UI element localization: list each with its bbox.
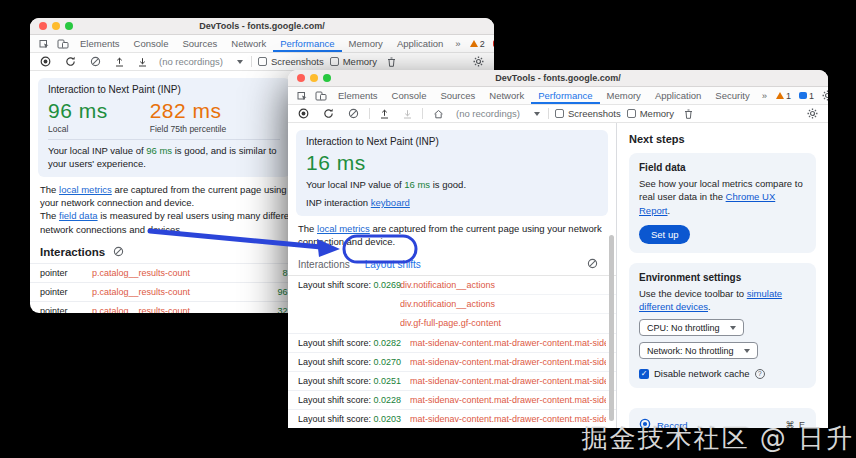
scrollbar-thumb[interactable] — [609, 235, 614, 421]
tab-application[interactable]: Application — [648, 87, 708, 104]
field-data-text: See how your local metrics compare to re… — [639, 177, 806, 217]
shift-target-link[interactable]: div.notification__actions — [400, 295, 616, 314]
reload-icon[interactable] — [319, 105, 338, 122]
tab-network[interactable]: Network — [224, 35, 273, 52]
layout-shift-group-row[interactable]: Layout shift score: 0.0269 div.notificat… — [288, 276, 616, 334]
zoom-button[interactable] — [323, 74, 331, 82]
live-metrics-pane: Interaction to Next Paint (INP) 16 ms Yo… — [288, 123, 616, 428]
field-data-link[interactable]: field data — [59, 210, 98, 221]
tab-security[interactable]: Security — [708, 87, 756, 104]
capture-settings-gear-icon[interactable] — [803, 105, 822, 122]
layout-shift-row[interactable]: Layout shift score: 0.0203 mat-sidenav-c… — [288, 410, 616, 428]
shift-target-link[interactable]: mat-sidenav-content.mat-drawer-content.m… — [410, 376, 606, 386]
warnings-badge[interactable]: 1 — [772, 91, 795, 101]
screenshots-checkbox[interactable]: Screenshots — [258, 56, 324, 67]
recordings-dropdown[interactable]: (no recordings) — [157, 56, 245, 67]
interaction-type: pointer — [40, 287, 92, 297]
layout-shift-row[interactable]: Layout shift score: 0.0270 mat-sidenav-c… — [288, 353, 616, 372]
memory-checkbox[interactable]: Memory — [330, 56, 377, 67]
keyboard-link[interactable]: keyboard — [371, 197, 410, 208]
shift-target-link[interactable]: mat-sidenav-content.mat-drawer-content.m… — [410, 395, 606, 405]
layout-shift-row[interactable]: Layout shift score: 0.0251 mat-sidenav-c… — [288, 372, 616, 391]
performance-toolbar: (no recordings) Screenshots Memory — [288, 105, 828, 123]
screenshots-checkbox[interactable]: Screenshots — [555, 108, 621, 119]
device-toolbar-icon[interactable] — [311, 87, 331, 104]
tab-network[interactable]: Network — [482, 87, 531, 104]
more-tabs-button[interactable]: » — [450, 35, 465, 52]
tab-performance[interactable]: Performance — [273, 35, 341, 52]
tab-performance[interactable]: Performance — [531, 87, 599, 104]
interaction-row[interactable]: pointer p.catalog__results-count 96 ms — [30, 282, 312, 301]
settings-gear-icon[interactable] — [818, 87, 828, 104]
interaction-row[interactable]: pointer p.catalog__results-count 8 ms — [30, 263, 312, 282]
details-tabbar: Interactions Layout shifts — [288, 254, 616, 276]
minimize-button[interactable] — [310, 74, 318, 82]
home-icon[interactable] — [429, 105, 448, 122]
upload-profile-icon[interactable] — [111, 53, 128, 70]
environment-settings-title: Environment settings — [639, 272, 806, 283]
issues-badge[interactable]: 1 — [489, 39, 494, 49]
tab-layout-shifts[interactable]: Layout shifts — [365, 259, 421, 270]
tab-sources[interactable]: Sources — [175, 35, 224, 52]
disable-cache-checkbox[interactable]: ✓ Disable network cache ? — [639, 368, 806, 379]
inp-card-title: Interaction to Next Paint (INP) — [48, 84, 280, 95]
collect-garbage-icon[interactable] — [680, 105, 697, 122]
tab-console[interactable]: Console — [127, 35, 176, 52]
shift-target-link[interactable]: mat-sidenav-content.mat-drawer-content.m… — [410, 414, 606, 424]
network-throttling-select[interactable]: Network: No throttling — [639, 342, 758, 359]
local-metrics-link[interactable]: local metrics — [59, 184, 112, 195]
device-toolbar-icon[interactable] — [53, 35, 73, 52]
download-profile-icon[interactable] — [399, 105, 416, 122]
local-metrics-link[interactable]: local metrics — [317, 223, 370, 234]
cpu-throttling-select[interactable]: CPU: No throttling — [639, 319, 744, 336]
collect-garbage-icon[interactable] — [383, 53, 400, 70]
layout-shift-score: Layout shift score: 0.0269 — [288, 276, 400, 333]
warnings-badge[interactable]: 2 — [466, 39, 489, 49]
close-button[interactable] — [39, 22, 47, 30]
zoom-button[interactable] — [65, 22, 73, 30]
shift-target-link[interactable]: mat-sidenav-content.mat-drawer-content.m… — [410, 357, 606, 367]
shift-target-link[interactable]: div.notification__actions — [400, 276, 616, 295]
tab-elements[interactable]: Elements — [73, 35, 127, 52]
help-icon[interactable]: ? — [755, 369, 765, 379]
inp-assessment: Your local INP value of 96 ms is good, a… — [48, 139, 280, 171]
minimize-button[interactable] — [52, 22, 60, 30]
tab-memory[interactable]: Memory — [342, 35, 390, 52]
tab-sources[interactable]: Sources — [433, 87, 482, 104]
clear-log-icon[interactable] — [113, 246, 124, 259]
tab-memory[interactable]: Memory — [600, 87, 648, 104]
record-icon[interactable] — [294, 105, 313, 122]
shift-target-link[interactable]: div.gf-full-page.gf-content — [400, 314, 616, 333]
recordings-dropdown[interactable]: (no recordings) — [454, 108, 542, 119]
interaction-row[interactable]: pointer p.catalog__results-count 32 ms — [30, 301, 312, 313]
tab-interactions[interactable]: Interactions — [298, 259, 350, 270]
set-up-button[interactable]: Set up — [639, 225, 690, 244]
interaction-target-link[interactable]: p.catalog__results-count — [92, 287, 258, 297]
clear-icon[interactable] — [344, 105, 363, 122]
shift-target-link[interactable]: mat-sidenav-content.mat-drawer-content.m… — [410, 338, 606, 348]
inspect-icon[interactable] — [35, 35, 53, 52]
issues-icon — [799, 92, 807, 99]
layout-shift-row[interactable]: Layout shift score: 0.0282 mat-sidenav-c… — [288, 334, 616, 353]
tab-application[interactable]: Application — [390, 35, 450, 52]
warning-icon — [470, 40, 478, 47]
download-profile-icon[interactable] — [134, 53, 151, 70]
issues-badge[interactable]: 1 — [795, 91, 818, 101]
reload-icon[interactable] — [61, 53, 80, 70]
record-icon[interactable] — [36, 53, 55, 70]
devtools-tabbar: Elements Console Sources Network Perform… — [288, 87, 828, 105]
layout-shift-row[interactable]: Layout shift score: 0.0228 mat-sidenav-c… — [288, 391, 616, 410]
tab-console[interactable]: Console — [385, 87, 434, 104]
inspect-icon[interactable] — [293, 87, 311, 104]
clear-icon[interactable] — [86, 53, 105, 70]
environment-settings-text: Use the device toolbar to simulate diffe… — [639, 287, 806, 314]
memory-checkbox[interactable]: Memory — [627, 108, 674, 119]
more-tabs-button[interactable]: » — [757, 87, 772, 104]
upload-profile-icon[interactable] — [376, 105, 393, 122]
close-button[interactable] — [297, 74, 305, 82]
tab-elements[interactable]: Elements — [331, 87, 385, 104]
capture-settings-gear-icon[interactable] — [469, 53, 488, 70]
interaction-target-link[interactable]: p.catalog__results-count — [92, 268, 258, 278]
clear-log-icon[interactable] — [587, 258, 598, 271]
interaction-target-link[interactable]: p.catalog__results-count — [92, 306, 258, 313]
